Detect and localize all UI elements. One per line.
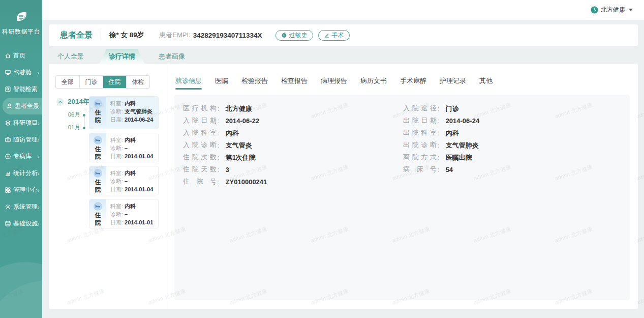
allergy-button-label: 过敏史 — [289, 31, 308, 40]
tab-lab-reports[interactable]: 检验报告 — [241, 76, 268, 90]
sidebar: 科研数据平台 首页 驾驶舱 › 智能检索 — [0, 0, 42, 318]
timeline-dot — [83, 114, 85, 117]
dropdown-caret-icon — [629, 9, 633, 11]
app-root: 科研数据平台 首页 驾驶舱 › 智能检索 — [0, 0, 644, 318]
field-value: 第1次住院 — [226, 154, 256, 161]
bed-icon — [94, 136, 102, 144]
bed-icon — [94, 99, 102, 108]
gear-icon — [5, 204, 11, 210]
allergy-icon — [281, 32, 287, 38]
tab-medical-orders[interactable]: 医嘱 — [215, 76, 228, 90]
tab-pathology-reports[interactable]: 病理报告 — [321, 76, 347, 90]
field-value: 内科 — [446, 129, 459, 137]
allergy-history-button[interactable]: 过敏史 — [275, 30, 313, 41]
detail-fields-left: 医疗机构:北方健康 入院日期:2014-06-22 入院科室:内科 入院诊断:支… — [183, 102, 267, 188]
view-tab-bar: 个人全景 诊疗详情 患者画像 — [49, 49, 638, 64]
tab-other[interactable]: 其他 — [479, 76, 493, 90]
smart-search-icon — [5, 86, 11, 93]
sidebar-item-home[interactable]: 首页 — [0, 47, 42, 64]
visit-card[interactable]: 住院 科室:内科 诊断:支气管肺炎 日期:2014-06-24 — [89, 96, 159, 129]
sidebar-item-system-mgmt[interactable]: 系统管理 › — [0, 198, 42, 215]
cockpit-icon — [5, 69, 11, 76]
bed-icon — [94, 202, 102, 211]
field-value: 支气管肺炎 — [446, 141, 479, 149]
sidebar-nav: 首页 驾驶舱 › 智能检索 患者全景 — [0, 47, 42, 232]
app-logo — [0, 0, 42, 25]
chevron-up-icon — [58, 100, 63, 104]
filter-physical-exam[interactable]: 体检 — [126, 76, 149, 88]
empi-label: 患者EMPI: — [159, 31, 190, 40]
sidebar-item-infrastructure[interactable]: 基础设施 › — [0, 215, 42, 232]
visit-type-label: 住院 — [95, 212, 102, 227]
sidebar-item-patient-panorama[interactable]: 患者全景 — [3, 98, 42, 114]
bed-icon — [94, 169, 102, 178]
field-value: 54 — [446, 166, 453, 174]
sidebar-item-label: 首页 — [13, 51, 25, 60]
sidebar-item-label: 科研项目 — [13, 119, 38, 127]
field-label: 入院途径 — [403, 102, 437, 114]
tab-personal-panorama[interactable]: 个人全景 — [57, 49, 84, 64]
patient-header-card: 患者全景 徐* 女 89岁 患者EMPI: 34282919340711334X… — [49, 24, 638, 46]
field-label: 入院诊断 — [183, 139, 217, 151]
sidebar-item-label: 专病库 — [13, 152, 32, 161]
filter-inpatient[interactable]: 住院 — [103, 76, 126, 88]
field-label: 入院科室 — [183, 127, 217, 139]
sidebar-item-mgmt-center[interactable]: 管理中心 › — [0, 182, 42, 198]
sidebar-item-followup[interactable]: 随访管理 › — [0, 131, 42, 148]
date-value: 2014-06-24 — [125, 117, 153, 123]
field-value: 3 — [226, 166, 229, 174]
tab-surgery-anesthesia[interactable]: 手术麻醉 — [400, 76, 426, 90]
divider — [101, 31, 101, 39]
stats-icon — [5, 170, 11, 177]
visit-card-type-strip: 住院 — [89, 133, 106, 162]
sidebar-item-smart-search[interactable]: 智能检索 — [0, 81, 42, 98]
timeline-dot — [83, 127, 85, 129]
collapse-year-button[interactable] — [56, 98, 64, 106]
visit-detail-panel: 医疗机构:北方健康 入院日期:2014-06-22 入院科室:内科 入院诊断:支… — [174, 95, 630, 300]
visit-card-body: 科室:内科 诊断:– 日期:2014-01-04 — [106, 133, 153, 162]
visit-card-type-strip: 住院 — [89, 199, 106, 228]
visit-card-body: 科室:内科 诊断:– 日期:2014-01-01 — [106, 199, 153, 228]
tab-exam-reports[interactable]: 检查报告 — [281, 76, 308, 90]
visit-card-body: 科室:内科 诊断:– 日期:2014-01-04 — [106, 166, 153, 195]
field-value: 北方健康 — [226, 105, 252, 112]
surgery-button[interactable]: 手术 — [318, 30, 350, 41]
tab-treatment-details[interactable]: 诊疗详情 — [100, 49, 144, 64]
tab-visit-info[interactable]: 就诊信息 — [175, 76, 202, 90]
dept-label: 科室 — [110, 100, 121, 106]
sidebar-item-research-project[interactable]: 科研项目 › — [0, 114, 42, 131]
visit-card-type-strip: 住院 — [89, 166, 106, 195]
tab-patient-profile[interactable]: 患者画像 — [158, 49, 186, 64]
timeline-month[interactable]: 06月 — [66, 111, 80, 119]
chevron-right-icon: › — [37, 154, 42, 160]
timeline-month[interactable]: 01月 — [66, 124, 80, 131]
dept-value: 内科 — [125, 100, 136, 106]
field-value: 2014-06-22 — [226, 117, 260, 125]
tab-nursing-records[interactable]: 护理记录 — [440, 76, 466, 90]
sidebar-item-cockpit[interactable]: 驾驶舱 › — [0, 64, 42, 81]
mgmt-center-icon — [5, 187, 11, 193]
visit-type-filter-group: 全部 门诊 住院 体检 — [55, 75, 150, 89]
sidebar-item-label: 系统管理 — [13, 203, 38, 211]
app-logo-icon — [13, 8, 30, 25]
filter-outpatient[interactable]: 门诊 — [79, 76, 103, 88]
filter-all[interactable]: 全部 — [56, 76, 79, 88]
timeline-year[interactable]: 2014年 — [68, 97, 90, 106]
field-label: 离院方式 — [403, 151, 437, 163]
visit-card[interactable]: 住院 科室:内科 诊断:– 日期:2014-01-01 — [89, 199, 159, 228]
infra-icon — [5, 220, 11, 227]
visit-card[interactable]: 住院 科室:内科 诊断:– 日期:2014-01-04 — [89, 133, 159, 162]
visit-card[interactable]: 住院 科室:内科 诊断:– 日期:2014-01-04 — [89, 166, 159, 195]
sidebar-item-label: 管理中心 — [13, 186, 38, 194]
sidebar-item-disease-db[interactable]: 专病库 › — [0, 148, 42, 165]
chevron-right-icon: › — [38, 137, 42, 143]
sidebar-item-label: 智能检索 — [13, 85, 38, 94]
chevron-right-icon: › — [38, 187, 42, 193]
vertical-divider — [169, 64, 169, 309]
visit-type-label: 住院 — [95, 179, 102, 194]
followup-icon — [5, 136, 11, 143]
field-label: 住院号 — [183, 176, 217, 188]
user-menu[interactable]: 北方健康 — [591, 6, 633, 14]
sidebar-item-stats[interactable]: 统计分析 › — [0, 165, 42, 182]
tab-medical-records[interactable]: 病历文书 — [360, 76, 387, 90]
